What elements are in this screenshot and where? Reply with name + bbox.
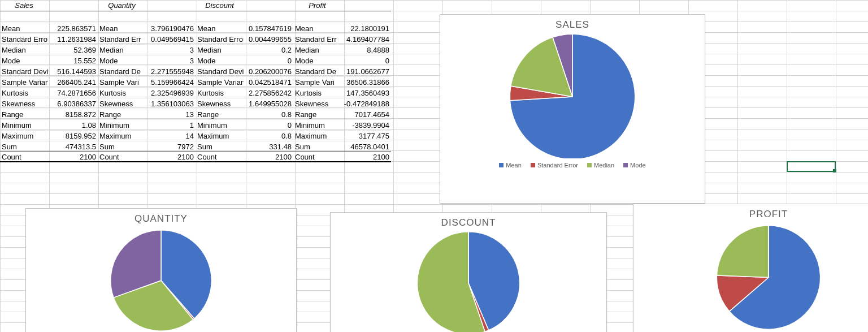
stat-row[interactable]: Median52.369 — [0, 44, 98, 55]
stat-label: Range — [0, 110, 48, 119]
chart-quantity[interactable]: QUANTITY — [25, 208, 297, 332]
stat-row[interactable]: Mode0 — [196, 55, 293, 66]
stat-row[interactable]: Maximum14 — [98, 130, 196, 141]
stat-row[interactable]: Range13 — [98, 109, 196, 119]
stat-row[interactable]: Standard Deviation516.144593 — [0, 66, 98, 76]
stat-row[interactable]: Skewness-0.472849188 — [293, 98, 391, 109]
stat-value: 52.369 — [48, 45, 98, 55]
stat-row[interactable]: Sum7972 — [98, 141, 196, 152]
stat-label: Minimum — [196, 120, 244, 130]
stat-row[interactable]: Sum331.48 — [196, 141, 293, 152]
stat-row[interactable]: Skewness1.356103063 — [98, 98, 196, 109]
stat-value: 2.325496939 — [146, 88, 196, 98]
stats-table[interactable]: SalesMean225.863571Standard Error11.2631… — [0, 0, 391, 162]
stat-label: Skewness — [98, 99, 146, 109]
stat-row[interactable]: Minimum1.08 — [0, 119, 98, 130]
stat-row[interactable]: Skewness1.649955028 — [196, 98, 293, 109]
stat-row[interactable]: Maximum3177.475 — [293, 130, 391, 141]
stat-row[interactable]: Skewness6.90386337 — [0, 98, 98, 109]
stat-label: Standard Error — [0, 35, 48, 44]
stat-label: Sum — [0, 142, 48, 152]
stat-row[interactable]: Kurtosis74.2871656 — [0, 87, 98, 98]
stat-row[interactable]: Kurtosis2.275856242 — [196, 87, 293, 98]
legend-label: Mode — [630, 162, 646, 169]
stat-row[interactable]: Sample Varian0.042518471 — [196, 76, 293, 87]
stat-label: Kurtosis — [0, 88, 48, 98]
stat-row[interactable]: Range7017.4654 — [293, 109, 391, 119]
chart-discount[interactable]: DISCOUNT — [330, 212, 607, 332]
stat-row[interactable]: Maximum0.8 — [196, 130, 293, 141]
stat-label: Skewness — [0, 99, 48, 109]
stat-value: 0.206200076 — [244, 67, 293, 76]
stat-row[interactable]: Mean225.863571 — [0, 23, 98, 33]
legend-label: Median — [594, 162, 614, 169]
chart-profit[interactable]: PROFIT — [633, 204, 868, 332]
stat-value: 0.2 — [244, 45, 293, 55]
stat-row[interactable]: Sample Variance266405.241 — [0, 76, 98, 87]
stat-row[interactable]: Mean0.157847619 — [196, 23, 293, 33]
stat-row[interactable]: Count2100 — [293, 152, 391, 162]
stat-row[interactable]: Standard Err0.049569415 — [98, 33, 196, 44]
stat-value: 7972 — [146, 142, 196, 152]
stat-row[interactable]: Kurtosis2.325496939 — [98, 87, 196, 98]
stat-row[interactable]: Minimum0 — [196, 119, 293, 130]
stat-header: Profit — [293, 0, 341, 11]
stat-value: 1 — [146, 120, 196, 130]
stat-row[interactable]: Standard Error11.2631984 — [0, 33, 98, 44]
stat-row[interactable]: Mode15.552 — [0, 55, 98, 66]
stat-row[interactable]: Standard Err4.169407784 — [293, 33, 391, 44]
pie-slice — [717, 226, 769, 278]
stat-value: 8159.952 — [48, 131, 98, 141]
stat-row[interactable]: Standard De2.271555948 — [98, 66, 196, 76]
stat-value: 8.4888 — [341, 45, 391, 55]
stat-row[interactable]: Median0.2 — [196, 44, 293, 55]
stat-header: Quantity — [98, 0, 146, 11]
stat-row[interactable]: Mode0 — [293, 55, 391, 66]
stat-row[interactable]: Median8.4888 — [293, 44, 391, 55]
stat-label: Maximum — [98, 131, 146, 141]
stat-row[interactable]: Kurtosis147.3560493 — [293, 87, 391, 98]
stat-row[interactable]: Range0.8 — [196, 109, 293, 119]
stat-row[interactable]: Range8158.872 — [0, 109, 98, 119]
stat-row[interactable]: Median3 — [98, 44, 196, 55]
stat-value: 1.356103063 — [146, 99, 196, 109]
stat-row[interactable]: Maximum8159.952 — [0, 130, 98, 141]
stat-row[interactable]: Standard Error0.004499655 — [196, 33, 293, 44]
stat-label: Sum — [98, 142, 146, 152]
stat-value: 7017.4654 — [341, 110, 391, 119]
stat-label: Median — [98, 45, 146, 55]
stat-row[interactable]: Count2100 — [98, 152, 196, 162]
legend-swatch — [499, 163, 504, 167]
stat-row[interactable]: Mode3 — [98, 55, 196, 66]
stat-row[interactable]: Count2100 — [196, 152, 293, 162]
stat-value: 331.48 — [244, 142, 293, 152]
stat-row[interactable]: Sample Vari5.159966424 — [98, 76, 196, 87]
stat-row[interactable]: Count2100 — [0, 152, 98, 162]
stat-row[interactable]: Sum474313.5 — [0, 141, 98, 152]
stat-row[interactable]: Standard De191.0662677 — [293, 66, 391, 76]
stat-value: 0 — [244, 56, 293, 66]
stat-row[interactable]: Standard Devia0.206200076 — [196, 66, 293, 76]
pie-svg — [499, 31, 646, 158]
stat-row[interactable]: Minimum-3839.9904 — [293, 119, 391, 130]
legend-item: Mean — [499, 162, 522, 169]
stat-row[interactable]: Sample Vari36506.31866 — [293, 76, 391, 87]
stat-label: Mode — [98, 56, 146, 66]
legend-item: Median — [587, 162, 614, 169]
chart-sales[interactable]: SALES MeanStandard ErrorMedianMode — [440, 14, 705, 204]
stat-row[interactable]: Mean22.1800191 — [293, 23, 391, 33]
stat-label: Range — [196, 110, 244, 119]
stat-label: Minimum — [98, 120, 146, 130]
stat-value: 2.275856242 — [244, 88, 293, 98]
stat-block: ProfitMean22.1800191Standard Err4.169407… — [293, 0, 391, 162]
legend-label: Mean — [506, 162, 522, 169]
stat-label: Count — [0, 152, 48, 162]
stat-row[interactable]: Minimum1 — [98, 119, 196, 130]
stat-label: Sum — [293, 142, 341, 152]
stat-value: 0.042518471 — [244, 77, 293, 87]
stat-label: Maximum — [196, 131, 244, 141]
stat-row[interactable]: Mean3.796190476 — [98, 23, 196, 33]
stat-value: 6.90386337 — [48, 99, 98, 109]
stat-row[interactable]: Sum46578.0401 — [293, 141, 391, 152]
stat-value: 0.8 — [244, 131, 293, 141]
